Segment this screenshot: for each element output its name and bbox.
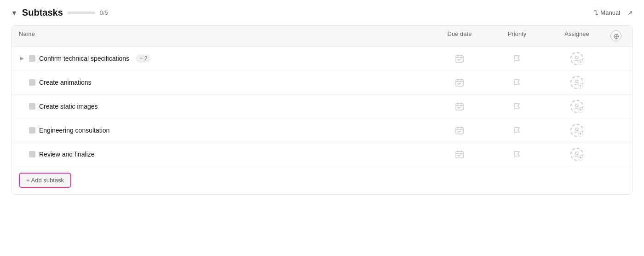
task-checkbox[interactable] (29, 79, 35, 86)
task-name: Create animations (39, 79, 92, 86)
assignee-cell[interactable]: + (547, 52, 607, 65)
add-assignee-plus: + (578, 131, 583, 137)
task-checkbox[interactable] (29, 103, 35, 110)
due-date-icon (455, 78, 464, 87)
assignee-avatar[interactable]: + (570, 100, 583, 113)
due-date-cell[interactable] (432, 54, 487, 63)
assignee-cell[interactable]: + (547, 100, 607, 113)
row-name-cell: ▶ Engineering consultation (19, 127, 432, 134)
task-checkbox[interactable] (29, 127, 35, 134)
due-date-cell[interactable] (432, 78, 487, 87)
svg-rect-5 (456, 80, 463, 86)
task-name: Confirm technical specifications (39, 55, 129, 62)
table-row: ▶ Confirm technical specifications ⤷ 2 (12, 47, 632, 70)
subtasks-table: Name Due date Priority Assignee ⊕ ▶ Conf… (11, 25, 633, 195)
task-name: Engineering consultation (39, 127, 109, 134)
expand-icon[interactable]: ↗ (627, 9, 633, 17)
row-name-cell: ▶ Confirm technical specifications ⤷ 2 (19, 54, 432, 63)
collapse-chevron-icon[interactable]: ▼ (11, 9, 17, 17)
subtask-count-value: 2 (144, 55, 148, 62)
col-header-name: Name (19, 30, 432, 41)
assignee-cell[interactable]: + (547, 148, 607, 161)
table-row: ▶ Create static images (12, 94, 632, 118)
svg-point-24 (575, 152, 578, 155)
svg-point-4 (575, 56, 578, 59)
priority-cell[interactable] (487, 126, 547, 134)
col-header-assignee: Assignee (547, 30, 607, 41)
svg-point-19 (575, 128, 578, 131)
task-checkbox[interactable] (29, 151, 35, 157)
row-name-cell: ▶ Review and finalize (19, 151, 432, 158)
assignee-cell[interactable]: + (547, 124, 607, 137)
row-expand-button[interactable]: ▶ (19, 55, 25, 62)
table-header: Name Due date Priority Assignee ⊕ (12, 26, 632, 47)
add-assignee-plus: + (578, 155, 583, 161)
col-header-due-date: Due date (432, 30, 487, 41)
priority-flag-icon (513, 126, 521, 134)
due-date-cell[interactable] (432, 150, 487, 159)
task-name: Create static images (39, 103, 98, 110)
assignee-avatar[interactable]: + (570, 52, 583, 65)
svg-point-9 (575, 80, 578, 83)
assignee-avatar[interactable]: + (570, 124, 583, 137)
svg-rect-15 (456, 128, 463, 134)
row-name-cell: ▶ Create animations (19, 79, 432, 86)
sort-label: Manual (600, 9, 620, 16)
header-left: ▼ Subtasks 0/5 (11, 7, 108, 18)
priority-cell[interactable] (487, 78, 547, 87)
due-date-icon (455, 54, 464, 63)
due-date-icon (455, 150, 464, 159)
add-assignee-plus: + (578, 107, 583, 113)
assignee-avatar[interactable]: + (570, 148, 583, 161)
due-date-cell[interactable] (432, 102, 487, 111)
assignee-avatar[interactable]: + (570, 76, 583, 89)
add-subtask-row: + Add subtask (12, 166, 632, 194)
add-assignee-plus: + (578, 59, 583, 65)
due-date-icon (455, 102, 464, 111)
row-name-cell: ▶ Create static images (19, 103, 432, 110)
table-row: ▶ Create animations (12, 70, 632, 94)
svg-rect-20 (456, 151, 463, 158)
priority-cell[interactable] (487, 102, 547, 111)
priority-cell[interactable] (487, 150, 547, 158)
section-title: Subtasks (22, 7, 63, 18)
svg-point-14 (575, 104, 578, 107)
due-date-icon (455, 126, 464, 135)
subtask-count-badge[interactable]: ⤷ 2 (136, 54, 151, 63)
progress-text: 0/5 (100, 9, 108, 16)
priority-flag-icon (513, 102, 521, 111)
table-row: ▶ Review and finalize (12, 142, 632, 166)
add-column-button[interactable]: ⊕ (610, 30, 621, 41)
due-date-cell[interactable] (432, 126, 487, 135)
priority-cell[interactable] (487, 54, 547, 63)
task-name: Review and finalize (39, 151, 95, 158)
add-assignee-plus: + (578, 83, 583, 89)
svg-rect-10 (456, 104, 463, 110)
priority-flag-icon (513, 78, 521, 87)
col-header-add[interactable]: ⊕ (607, 30, 625, 41)
task-checkbox[interactable] (29, 55, 35, 62)
sort-arrows-icon: ⇅ (593, 9, 598, 16)
header-right: ⇅ Manual ↗ (593, 9, 633, 17)
priority-flag-icon (513, 54, 521, 63)
add-subtask-button[interactable]: + Add subtask (19, 173, 71, 188)
assignee-cell[interactable]: + (547, 76, 607, 89)
priority-flag-icon (513, 150, 521, 158)
subtasks-section-header: ▼ Subtasks 0/5 ⇅ Manual ↗ (11, 7, 633, 18)
subtask-link-icon: ⤷ (139, 55, 143, 61)
progress-bar-track (68, 12, 95, 14)
svg-rect-0 (456, 56, 463, 62)
col-header-priority: Priority (487, 30, 547, 41)
table-row: ▶ Engineering consultation (12, 118, 632, 142)
manual-sort-button[interactable]: ⇅ Manual (593, 9, 620, 16)
